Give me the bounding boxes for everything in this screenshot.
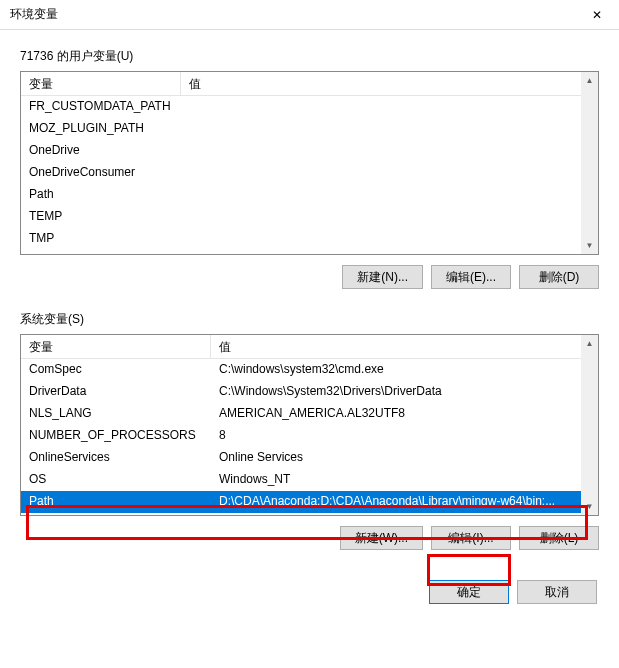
- col-header-value[interactable]: 值: [181, 72, 598, 95]
- var-value-cell: C:\Windows\System32\Drivers\DriverData: [211, 381, 598, 403]
- system-vars-buttons: 新建(W)... 编辑(I)... 删除(L): [20, 526, 599, 550]
- var-name-cell: Path: [21, 184, 181, 206]
- system-vars-label: 系统变量(S): [20, 311, 599, 328]
- system-vars-header: 变量 值: [21, 335, 598, 359]
- close-icon: ✕: [592, 8, 602, 22]
- table-row[interactable]: NUMBER_OF_PROCESSORS8: [21, 425, 598, 447]
- var-name-cell: TMP: [21, 228, 181, 250]
- var-value-cell: [181, 162, 598, 184]
- var-name-cell: OS: [21, 469, 211, 491]
- system-vars-list[interactable]: 变量 值 ComSpecC:\windows\system32\cmd.exeD…: [20, 334, 599, 516]
- var-value-cell: 8: [211, 425, 598, 447]
- var-value-cell: Online Services: [211, 447, 598, 469]
- var-name-cell: Path: [21, 491, 211, 513]
- table-row[interactable]: DriverDataC:\Windows\System32\Drivers\Dr…: [21, 381, 598, 403]
- system-new-button[interactable]: 新建(W)...: [340, 526, 423, 550]
- system-vars-scrollbar[interactable]: ▲ ▼: [581, 335, 598, 515]
- user-vars-list[interactable]: 变量 值 FR_CUSTOMDATA_PATHMOZ_PLUGIN_PATHOn…: [20, 71, 599, 255]
- var-value-cell: C:\windows\system32\cmd.exe: [211, 359, 598, 381]
- user-edit-button[interactable]: 编辑(E)...: [431, 265, 511, 289]
- var-name-cell: NUMBER_OF_PROCESSORS: [21, 425, 211, 447]
- table-row[interactable]: MOZ_PLUGIN_PATH: [21, 118, 598, 140]
- scroll-down-icon[interactable]: ▼: [581, 237, 598, 254]
- table-row[interactable]: Path: [21, 184, 598, 206]
- system-edit-button[interactable]: 编辑(I)...: [431, 526, 511, 550]
- table-row[interactable]: OnlineServicesOnline Services: [21, 447, 598, 469]
- var-name-cell: DriverData: [21, 381, 211, 403]
- var-name-cell: NLS_LANG: [21, 403, 211, 425]
- user-delete-button[interactable]: 删除(D): [519, 265, 599, 289]
- var-name-cell: ComSpec: [21, 359, 211, 381]
- table-row[interactable]: TMP: [21, 228, 598, 250]
- col-header-variable[interactable]: 变量: [21, 335, 211, 358]
- annotation-arrows: [0, 614, 619, 668]
- user-vars-label: 71736 的用户变量(U): [20, 48, 599, 65]
- var-name-cell: OneDriveConsumer: [21, 162, 181, 184]
- col-header-value[interactable]: 值: [211, 335, 598, 358]
- var-value-cell: Windows_NT: [211, 469, 598, 491]
- dialog-buttons: 确定 取消: [20, 580, 599, 604]
- var-value-cell: [181, 228, 598, 250]
- user-vars-scrollbar[interactable]: ▲ ▼: [581, 72, 598, 254]
- scroll-down-icon[interactable]: ▼: [581, 498, 598, 515]
- var-value-cell: [181, 118, 598, 140]
- scroll-up-icon[interactable]: ▲: [581, 72, 598, 89]
- table-row[interactable]: FR_CUSTOMDATA_PATH: [21, 96, 598, 118]
- table-row[interactable]: OSWindows_NT: [21, 469, 598, 491]
- var-name-cell: OneDrive: [21, 140, 181, 162]
- var-value-cell: [181, 140, 598, 162]
- ok-button[interactable]: 确定: [429, 580, 509, 604]
- table-row[interactable]: PathD:\CDA\Anaconda;D:\CDA\Anaconda\Libr…: [21, 491, 598, 513]
- var-value-cell: [181, 184, 598, 206]
- title-bar: 环境变量 ✕: [0, 0, 619, 30]
- user-vars-buttons: 新建(N)... 编辑(E)... 删除(D): [20, 265, 599, 289]
- var-name-cell: TEMP: [21, 206, 181, 228]
- user-new-button[interactable]: 新建(N)...: [342, 265, 423, 289]
- var-value-cell: [181, 96, 598, 118]
- col-header-variable[interactable]: 变量: [21, 72, 181, 95]
- cancel-button[interactable]: 取消: [517, 580, 597, 604]
- var-value-cell: AMERICAN_AMERICA.AL32UTF8: [211, 403, 598, 425]
- var-name-cell: OnlineServices: [21, 447, 211, 469]
- table-row[interactable]: OneDrive: [21, 140, 598, 162]
- var-name-cell: FR_CUSTOMDATA_PATH: [21, 96, 181, 118]
- var-name-cell: MOZ_PLUGIN_PATH: [21, 118, 181, 140]
- table-row[interactable]: ComSpecC:\windows\system32\cmd.exe: [21, 359, 598, 381]
- table-row[interactable]: NLS_LANGAMERICAN_AMERICA.AL32UTF8: [21, 403, 598, 425]
- system-delete-button[interactable]: 删除(L): [519, 526, 599, 550]
- table-row[interactable]: TEMP: [21, 206, 598, 228]
- user-vars-header: 变量 值: [21, 72, 598, 96]
- window-title: 环境变量: [10, 6, 58, 23]
- table-row[interactable]: OneDriveConsumer: [21, 162, 598, 184]
- dialog-content: 71736 的用户变量(U) 变量 值 FR_CUSTOMDATA_PATHMO…: [0, 30, 619, 614]
- var-value-cell: D:\CDA\Anaconda;D:\CDA\Anaconda\Library\…: [211, 491, 598, 513]
- scroll-up-icon[interactable]: ▲: [581, 335, 598, 352]
- close-button[interactable]: ✕: [574, 0, 619, 30]
- var-value-cell: [181, 206, 598, 228]
